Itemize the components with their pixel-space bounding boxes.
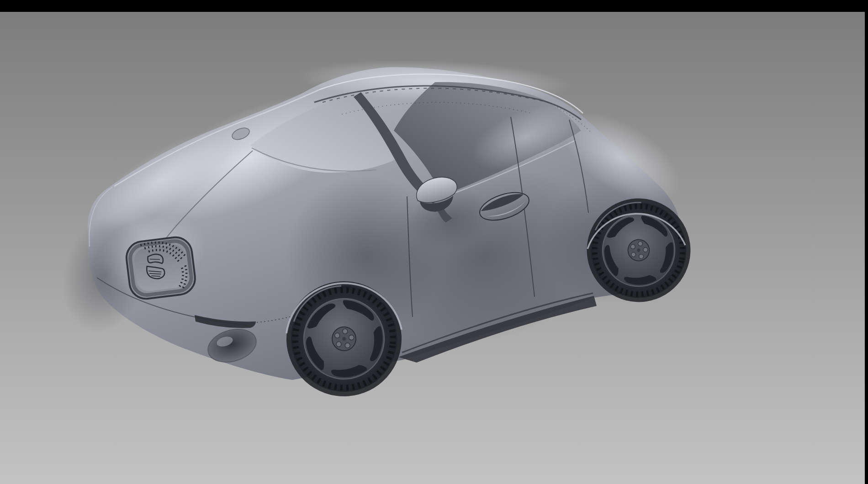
window-top-bar (0, 0, 868, 12)
front-grille[interactable] (125, 236, 197, 301)
window-right-strip (865, 0, 868, 484)
cad-viewport-window (0, 0, 868, 484)
viewport-canvas[interactable] (0, 0, 868, 484)
